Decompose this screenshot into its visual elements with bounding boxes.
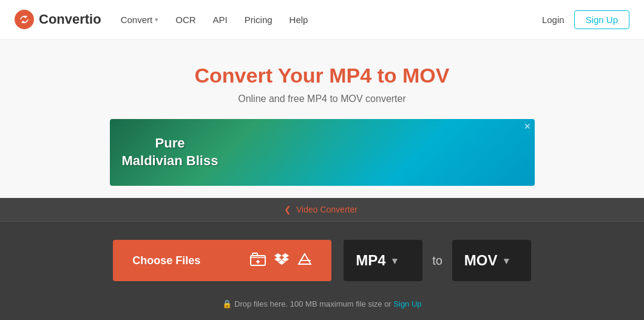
converter-section: ❮ Video Converter Choose Files — [0, 198, 644, 320]
lock-icon: 🔒 — [222, 299, 232, 308]
folder-icon[interactable] — [250, 253, 266, 269]
converter-row: Choose Files — [0, 222, 644, 299]
ad-banner: PureMaldivian Bliss ✕ — [110, 119, 535, 186]
logo-link[interactable]: Convertio — [15, 10, 101, 29]
nav-ocr[interactable]: OCR — [175, 15, 195, 25]
hero-section: Convert Your MP4 to MOV Online and free … — [0, 39, 644, 198]
to-label: to — [430, 254, 445, 268]
from-chevron-icon: ▾ — [392, 255, 397, 267]
dropbox-icon[interactable] — [274, 253, 289, 269]
from-format-button[interactable]: MP4 ▾ — [344, 240, 422, 281]
nav-links: Convert ▾ OCR API Pricing Help — [121, 15, 542, 25]
login-button[interactable]: Login — [542, 15, 564, 25]
navbar: Convertio Convert ▾ OCR API Pricing Help… — [0, 0, 644, 39]
svg-point-0 — [15, 10, 34, 29]
svg-marker-10 — [299, 254, 311, 264]
nav-pricing[interactable]: Pricing — [245, 15, 273, 25]
nav-right: Login Sign Up — [542, 10, 629, 29]
upload-icons — [250, 253, 312, 269]
nav-help[interactable]: Help — [290, 15, 308, 25]
format-selector: MP4 ▾ to MOV ▾ — [344, 240, 531, 281]
ad-overlay — [280, 119, 535, 186]
page-title: Convert Your MP4 to MOV — [12, 64, 632, 87]
svg-line-12 — [299, 254, 305, 264]
logo-icon — [15, 10, 34, 29]
ad-close-button[interactable]: ✕ — [524, 121, 531, 131]
drop-hint-signup-link[interactable]: Sign Up — [393, 299, 421, 308]
nav-convert[interactable]: Convert ▾ — [121, 15, 159, 25]
to-chevron-icon: ▾ — [504, 255, 509, 267]
page-subtitle: Online and free MP4 to MOV converter — [12, 94, 632, 104]
breadcrumb-bar: ❮ Video Converter — [0, 198, 644, 222]
choose-files-button[interactable]: Choose Files — [113, 240, 331, 281]
breadcrumb: ❮ Video Converter — [284, 205, 360, 214]
to-format-button[interactable]: MOV ▾ — [452, 240, 531, 281]
ad-text: PureMaldivian Bliss — [110, 123, 231, 182]
google-drive-icon[interactable] — [297, 253, 312, 269]
nav-api[interactable]: API — [213, 15, 228, 25]
breadcrumb-icon: ❮ — [284, 205, 291, 214]
drop-hint: 🔒 Drop files here. 100 MB maximum file s… — [0, 299, 644, 320]
chevron-down-icon: ▾ — [155, 16, 158, 24]
signup-button[interactable]: Sign Up — [574, 10, 629, 29]
logo-text: Convertio — [39, 12, 101, 27]
svg-rect-2 — [253, 253, 257, 256]
